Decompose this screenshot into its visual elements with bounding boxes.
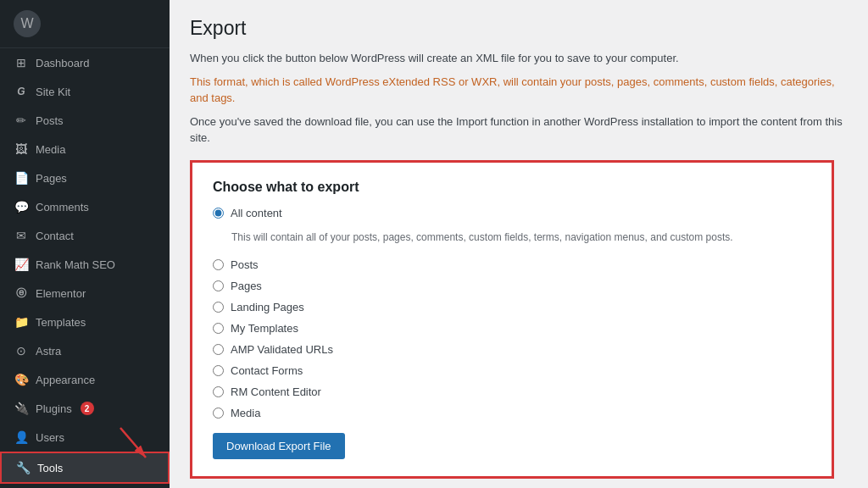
sidebar-subitem-available-tools[interactable]: Available Tools	[0, 484, 170, 488]
radio-posts[interactable]: Posts	[213, 258, 811, 271]
sidebar-item-elementor[interactable]: ⓔ Elementor	[0, 279, 170, 308]
sidebar: W ⊞ Dashboard G Site Kit ✏ Posts 🖼 Media…	[0, 0, 170, 488]
sidebar-item-sitekit[interactable]: G Site Kit	[0, 77, 170, 106]
wp-logo-icon: W	[14, 10, 41, 37]
sidebar-item-appearance[interactable]: 🎨 Appearance	[0, 365, 170, 394]
radio-my-templates[interactable]: My Templates	[213, 322, 811, 335]
dashboard-icon: ⊞	[14, 55, 29, 70]
sidebar-item-astra[interactable]: ⊙ Astra	[0, 336, 170, 365]
templates-icon: 📁	[14, 314, 29, 330]
main-content: Export When you click the button below W…	[170, 0, 868, 488]
radio-landing-pages-input[interactable]	[213, 302, 224, 313]
export-radio-group: All content This will contain all of you…	[213, 207, 811, 419]
radio-contact-forms[interactable]: Contact Forms	[213, 364, 811, 377]
astra-icon: ⊙	[14, 343, 29, 358]
sidebar-item-pages[interactable]: 📄 Pages	[0, 164, 170, 192]
description-1: When you click the button below WordPres…	[190, 50, 848, 67]
sidebar-item-contact[interactable]: ✉ Contact	[0, 221, 170, 250]
plugins-icon: 🔌	[14, 401, 29, 416]
radio-my-templates-input[interactable]	[213, 323, 224, 334]
radio-all-content-input[interactable]	[213, 208, 224, 219]
download-export-button[interactable]: Download Export File	[213, 433, 345, 459]
radio-amp-urls-input[interactable]	[213, 344, 224, 355]
sidebar-item-templates[interactable]: 📁 Templates	[0, 308, 170, 336]
sitekit-icon: G	[14, 84, 29, 99]
sidebar-item-posts[interactable]: ✏ Posts	[0, 106, 170, 135]
choose-export-title: Choose what to export	[213, 180, 811, 195]
plugins-badge: 2	[81, 402, 94, 415]
radio-all-content[interactable]: All content	[213, 207, 811, 219]
sidebar-item-rankmath[interactable]: 📈 Rank Math SEO	[0, 250, 170, 279]
all-content-description: This will contain all of your posts, pag…	[213, 231, 811, 243]
radio-contact-forms-input[interactable]	[213, 365, 224, 376]
description-2: This format, which is called WordPress e…	[190, 74, 848, 107]
radio-pages-input[interactable]	[213, 280, 224, 291]
radio-rm-content[interactable]: RM Content Editor	[213, 385, 811, 398]
contact-icon: ✉	[14, 228, 29, 243]
description-3: Once you've saved the download file, you…	[190, 114, 848, 147]
posts-icon: ✏	[14, 113, 29, 128]
rankmath-icon: 📈	[14, 257, 29, 272]
sidebar-item-tools[interactable]: 🔧 Tools	[0, 452, 170, 484]
appearance-icon: 🎨	[14, 372, 29, 387]
radio-media[interactable]: Media	[213, 407, 811, 419]
page-title: Export	[190, 17, 848, 40]
users-icon: 👤	[14, 430, 29, 445]
sidebar-item-media[interactable]: 🖼 Media	[0, 135, 170, 164]
elementor-icon: ⓔ	[14, 286, 29, 301]
radio-rm-content-input[interactable]	[213, 386, 224, 397]
radio-media-input[interactable]	[213, 408, 224, 419]
export-options-box: Choose what to export All content This w…	[190, 160, 834, 479]
radio-landing-pages[interactable]: Landing Pages	[213, 301, 811, 313]
sidebar-item-dashboard[interactable]: ⊞ Dashboard	[0, 48, 170, 77]
radio-amp-urls[interactable]: AMP Validated URLs	[213, 343, 811, 356]
radio-posts-input[interactable]	[213, 259, 224, 270]
radio-pages[interactable]: Pages	[213, 280, 811, 292]
comments-icon: 💬	[14, 199, 29, 214]
sidebar-item-plugins[interactable]: 🔌 Plugins 2	[0, 394, 170, 423]
pages-icon: 📄	[14, 170, 29, 186]
sidebar-logo: W	[0, 0, 170, 48]
media-icon: 🖼	[14, 141, 29, 157]
sidebar-item-users[interactable]: 👤 Users	[0, 423, 170, 452]
sidebar-item-comments[interactable]: 💬 Comments	[0, 192, 170, 221]
tools-icon: 🔧	[15, 460, 31, 475]
